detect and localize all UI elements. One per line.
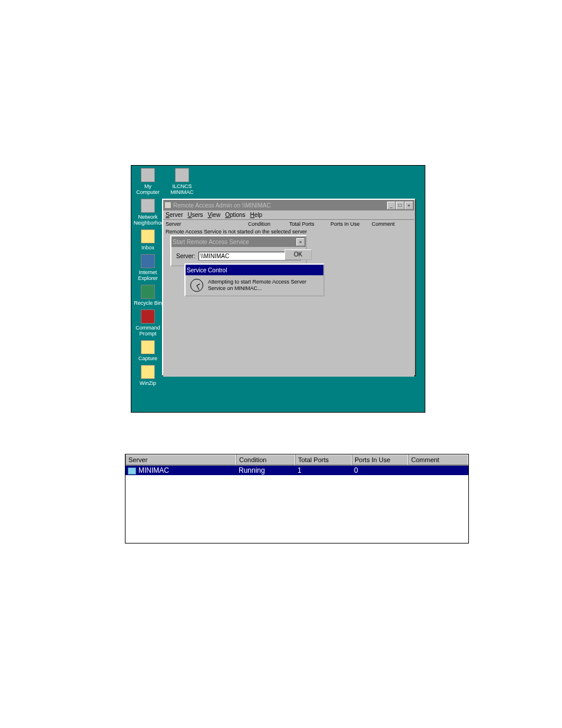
svc-dialog-title: Service Control	[187, 267, 322, 274]
start-dialog-title: Start Remote Access Service	[173, 239, 296, 245]
desktop-icon-label: Network Neighborhood	[134, 214, 162, 226]
cell-ports-in-use: 0	[352, 466, 408, 475]
close-button[interactable]: ×	[405, 202, 413, 209]
menu-users[interactable]: Users	[187, 212, 203, 218]
desktop-icon-inbox[interactable]: Inbox	[134, 229, 162, 251]
desktop-icon-command-prompt[interactable]: Command Prompt	[134, 309, 162, 337]
desktop-icons-col2: ILCNCS MINIMAC	[168, 168, 196, 199]
raa-header-server: Server	[166, 221, 248, 227]
clock-icon	[190, 279, 203, 292]
col-header-server[interactable]: Server	[125, 454, 236, 465]
start-service-dialog: Start Remote Access Service × Server: OK	[170, 235, 307, 266]
raa-titlebar[interactable]: Remote Access Admin on \\MINIMAC _ □ ×	[163, 200, 414, 210]
col-header-total-ports[interactable]: Total Ports	[295, 454, 352, 465]
cell-comment	[408, 466, 468, 475]
desktop-icon-my-computer[interactable]: My Computer	[134, 168, 162, 195]
menu-options[interactable]: Options	[225, 212, 245, 218]
desktop-icon-label: Capture	[134, 355, 162, 361]
cell-condition: Running	[236, 466, 295, 475]
col-header-condition[interactable]: Condition	[236, 454, 295, 465]
col-header-comment[interactable]: Comment	[408, 454, 468, 465]
cell-server: MINIMAC	[125, 466, 236, 475]
server-table-header: Server Condition Total Ports Ports In Us…	[125, 454, 468, 466]
desktop-icon-capture[interactable]: Capture	[134, 340, 162, 361]
maximize-button[interactable]: □	[396, 202, 404, 209]
cell-server-text: MINIMAC	[138, 466, 169, 475]
minimize-button[interactable]: _	[387, 202, 395, 209]
desktop-icon-label: ILCNCS MINIMAC	[168, 183, 196, 195]
raa-body: Start Remote Access Service × Server: OK…	[163, 235, 414, 377]
desktop-icon-ilcncs-minimac[interactable]: ILCNCS MINIMAC	[168, 168, 196, 195]
desktop-icon-winzip[interactable]: WinZip	[134, 365, 162, 386]
raa-header-comment: Comment	[372, 221, 412, 227]
server-label: Server:	[176, 253, 195, 259]
desktop-icon-label: Inbox	[134, 245, 162, 251]
raa-menubar: Server Users View Options Help	[163, 210, 414, 219]
desktop-icon-internet-explorer[interactable]: Internet Explorer	[134, 254, 162, 281]
server-status-table: Server Condition Total Ports Ports In Us…	[125, 454, 469, 543]
desktop-icon-network-neighborhood[interactable]: Network Neighborhood	[134, 199, 162, 226]
desktop-screenshot: My Computer Network Neighborhood Inbox I…	[131, 165, 425, 413]
desktop-icon-label: Internet Explorer	[134, 269, 162, 281]
desktop-icon-label: WinZip	[134, 380, 162, 386]
menu-help[interactable]: Help	[250, 212, 263, 218]
server-icon	[128, 467, 136, 475]
raa-status-line: Remote Access Service is not started on …	[163, 228, 414, 235]
raa-header-ports-in-use: Ports In Use	[330, 221, 372, 227]
desktop-icon-label: My Computer	[134, 183, 162, 195]
svc-dialog-body: Attempting to start Remote Access Server…	[186, 275, 323, 295]
desktop-icons-col1: My Computer Network Neighborhood Inbox I…	[134, 168, 162, 390]
service-control-dialog: Service Control Attempting to start Remo…	[184, 263, 325, 297]
start-dialog-close-button[interactable]: ×	[296, 238, 305, 246]
table-row[interactable]: MINIMAC Running 1 0	[125, 466, 468, 475]
svc-dialog-message: Attempting to start Remote Access Server…	[208, 279, 319, 292]
ok-button[interactable]: OK	[285, 249, 312, 260]
desktop-icon-label: Recycle Bin	[134, 300, 162, 306]
desktop-icon-recycle-bin[interactable]: Recycle Bin	[134, 285, 162, 306]
raa-title-text: Remote Access Admin on \\MINIMAC	[173, 202, 386, 209]
remote-access-admin-window: Remote Access Admin on \\MINIMAC _ □ × S…	[162, 199, 415, 375]
menu-view[interactable]: View	[208, 212, 221, 218]
raa-header-total-ports: Total Ports	[289, 221, 330, 227]
svc-dialog-titlebar[interactable]: Service Control	[186, 265, 323, 275]
raa-column-headers: Server Condition Total Ports Ports In Us…	[163, 219, 414, 228]
raa-header-condition: Condition	[248, 221, 289, 227]
app-icon	[164, 202, 171, 209]
start-dialog-titlebar[interactable]: Start Remote Access Service ×	[171, 236, 306, 247]
cell-total-ports: 1	[295, 466, 352, 475]
col-header-ports-in-use[interactable]: Ports In Use	[352, 454, 408, 465]
desktop-icon-label: Command Prompt	[134, 325, 162, 337]
menu-server[interactable]: Server	[166, 212, 183, 218]
